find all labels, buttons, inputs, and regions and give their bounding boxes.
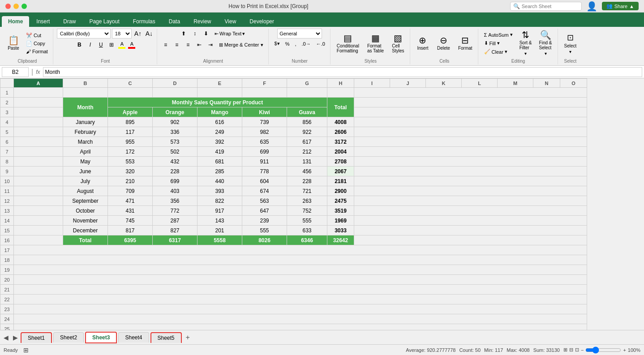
delete-cells-button[interactable]: ⊖ Delete xyxy=(434,34,453,52)
cell-e5[interactable]: 249 xyxy=(197,127,242,137)
cell-d9[interactable]: 228 xyxy=(153,167,197,176)
cell-g12[interactable]: 263 xyxy=(287,196,327,206)
cell-a3[interactable] xyxy=(14,107,63,117)
cell-e8[interactable]: 681 xyxy=(197,157,242,167)
cell-b12[interactable]: September xyxy=(63,196,108,206)
align-top-button[interactable]: ⬆ xyxy=(179,29,189,38)
cell-h12[interactable]: 2475 xyxy=(327,196,354,206)
cell-empty-r16[interactable] xyxy=(354,235,587,245)
col-header-m[interactable]: M xyxy=(498,79,533,88)
cell-d6[interactable]: 573 xyxy=(153,137,197,147)
cell-h9[interactable]: 2067 xyxy=(327,167,354,176)
search-input[interactable] xyxy=(522,4,579,9)
cell-b11[interactable]: August xyxy=(63,186,108,196)
cell-c11[interactable]: 709 xyxy=(108,186,153,196)
view-page-icon[interactable]: ⊟ xyxy=(569,347,573,353)
cell-d7[interactable]: 502 xyxy=(153,147,197,157)
cell-h1[interactable] xyxy=(327,88,354,98)
cell-b1[interactable] xyxy=(63,88,108,98)
align-bottom-button[interactable]: ⬇ xyxy=(201,29,211,38)
sheet-tab-sheet2[interactable]: Sheet2 xyxy=(53,332,84,342)
cell-e6[interactable]: 392 xyxy=(197,137,242,147)
cell-empty-r15[interactable] xyxy=(354,226,587,235)
cell-b6[interactable]: March xyxy=(63,137,108,147)
cell-f9[interactable]: 778 xyxy=(242,167,287,176)
align-left-button[interactable]: ≡ xyxy=(161,40,171,50)
cell-mango-header[interactable]: Mango xyxy=(197,107,242,117)
format-as-table-button[interactable]: ▦ Formatas Table xyxy=(365,32,386,55)
cell-c14[interactable]: 745 xyxy=(108,216,153,226)
copy-button[interactable]: 📄 Copy xyxy=(24,40,50,47)
cell-title[interactable]: Monthly Sales Quantity per Product xyxy=(108,98,327,107)
cell-month-header[interactable]: Month xyxy=(63,98,108,117)
font-size-select[interactable]: 18 xyxy=(112,29,132,38)
conditional-formatting-button[interactable]: ▤ ConditionalFormatting xyxy=(334,32,362,55)
cell-h14[interactable]: 1969 xyxy=(327,216,354,226)
cell-h11[interactable]: 2900 xyxy=(327,186,354,196)
tab-view[interactable]: View xyxy=(219,16,243,27)
cell-e1[interactable] xyxy=(197,88,242,98)
cell-a5[interactable] xyxy=(14,127,63,137)
comma-button[interactable]: , xyxy=(292,40,298,47)
cell-empty-r4[interactable] xyxy=(354,117,587,127)
cell-b7[interactable]: April xyxy=(63,147,108,157)
col-header-c[interactable]: C xyxy=(108,79,153,88)
cell-orange-header[interactable]: Orange xyxy=(153,107,197,117)
underline-button[interactable]: U xyxy=(96,40,106,50)
cell-a15[interactable] xyxy=(14,226,63,235)
cell-c13[interactable]: 431 xyxy=(108,206,153,216)
cell-b8[interactable]: May xyxy=(63,157,108,167)
cell-a16[interactable] xyxy=(14,235,63,245)
cell-d4[interactable]: 902 xyxy=(153,117,197,127)
cell-d15[interactable]: 827 xyxy=(153,226,197,235)
cell-f12[interactable]: 563 xyxy=(242,196,287,206)
cell-b15[interactable]: December xyxy=(63,226,108,235)
cell-d10[interactable]: 699 xyxy=(153,176,197,186)
search-box[interactable]: 🔍 xyxy=(510,2,582,11)
tab-home[interactable]: Home xyxy=(2,16,29,27)
close-button[interactable] xyxy=(5,4,11,9)
cell-d5[interactable]: 336 xyxy=(153,127,197,137)
tab-developer[interactable]: Developer xyxy=(243,16,280,27)
formula-input[interactable] xyxy=(43,67,643,77)
col-header-d[interactable]: D xyxy=(153,79,197,88)
minimize-button[interactable] xyxy=(13,4,19,9)
cell-e9[interactable]: 285 xyxy=(197,167,242,176)
cell-f13[interactable]: 647 xyxy=(242,206,287,216)
cell-a2[interactable] xyxy=(14,98,63,107)
cell-e7[interactable]: 419 xyxy=(197,147,242,157)
cell-c9[interactable]: 320 xyxy=(108,167,153,176)
cell-e12[interactable]: 822 xyxy=(197,196,242,206)
cell-g4[interactable]: 856 xyxy=(287,117,327,127)
cell-h7[interactable]: 2004 xyxy=(327,147,354,157)
cell-empty-r9[interactable] xyxy=(354,167,587,176)
cell-empty-r8[interactable] xyxy=(354,157,587,167)
zoom-out-icon[interactable]: − xyxy=(581,347,584,353)
cell-empty-r2[interactable] xyxy=(354,98,587,107)
sheet-tab-sheet5[interactable]: Sheet5 xyxy=(150,332,182,343)
cell-a8[interactable] xyxy=(14,157,63,167)
cell-empty-r6[interactable] xyxy=(354,137,587,147)
cell-e4[interactable]: 616 xyxy=(197,117,242,127)
cell-f15[interactable]: 555 xyxy=(242,226,287,235)
cell-b5[interactable]: February xyxy=(63,127,108,137)
cell-g7[interactable]: 212 xyxy=(287,147,327,157)
col-header-l[interactable]: L xyxy=(462,79,498,88)
col-header-b[interactable]: B xyxy=(63,79,108,88)
cell-total-header[interactable]: Total xyxy=(327,98,354,117)
col-header-f[interactable]: F xyxy=(242,79,287,88)
font-color-button[interactable]: A xyxy=(127,40,136,50)
sheet-tab-sheet4[interactable]: Sheet4 xyxy=(118,332,149,342)
col-header-k[interactable]: K xyxy=(426,79,462,88)
fill-color-button[interactable]: A xyxy=(117,40,126,50)
cell-a7[interactable] xyxy=(14,147,63,157)
align-middle-button[interactable]: ↕ xyxy=(190,29,200,38)
cell-empty-r12[interactable] xyxy=(354,196,587,206)
cell-g6[interactable]: 617 xyxy=(287,137,327,147)
cell-e14[interactable]: 143 xyxy=(197,216,242,226)
zoom-slider[interactable] xyxy=(585,346,621,354)
bold-button[interactable]: B xyxy=(74,40,84,50)
cell-d11[interactable]: 403 xyxy=(153,186,197,196)
cell-f14[interactable]: 239 xyxy=(242,216,287,226)
cell-g9[interactable]: 456 xyxy=(287,167,327,176)
